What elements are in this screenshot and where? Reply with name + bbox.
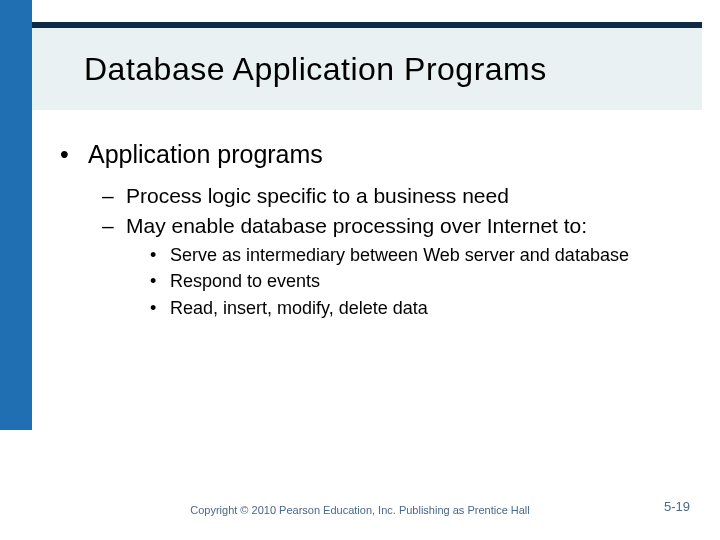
bullet-text: Application programs [88, 140, 323, 169]
bullet-text: May enable database processing over Inte… [126, 213, 587, 239]
bullet-text: Read, insert, modify, delete data [170, 297, 428, 320]
bullet-level1: • Application programs [60, 140, 680, 169]
slide-body: • Application programs – Process logic s… [60, 140, 680, 323]
bullet-dash-icon: – [102, 183, 126, 209]
bullet-text: Serve as intermediary between Web server… [170, 244, 629, 267]
bullet-text: Respond to events [170, 270, 320, 293]
page-number: 5-19 [664, 499, 690, 514]
bullet-dot-icon: • [60, 140, 88, 169]
slide-title: Database Application Programs [84, 51, 547, 88]
bullet-level3: • Serve as intermediary between Web serv… [150, 244, 680, 267]
bullet-level2: – May enable database processing over In… [102, 213, 680, 239]
bullet-level3: • Read, insert, modify, delete data [150, 297, 680, 320]
title-band: Database Application Programs [32, 22, 702, 110]
bullet-text: Process logic specific to a business nee… [126, 183, 509, 209]
bullet-dot-icon: • [150, 270, 170, 293]
bullet-level3: • Respond to events [150, 270, 680, 293]
bullet-level2: – Process logic specific to a business n… [102, 183, 680, 209]
footer-copyright: Copyright © 2010 Pearson Education, Inc.… [0, 504, 720, 516]
bullet-dot-icon: • [150, 297, 170, 320]
bullet-dot-icon: • [150, 244, 170, 267]
bullet-dash-icon: – [102, 213, 126, 239]
sidebar-accent [0, 0, 32, 430]
